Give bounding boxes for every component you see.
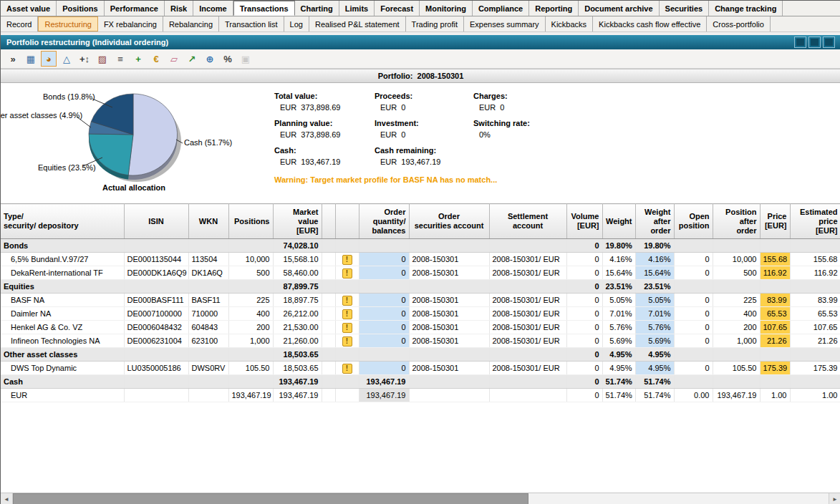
titlebar-button-2[interactable] bbox=[808, 37, 821, 48]
tab-document-archive[interactable]: Document archive bbox=[579, 1, 659, 16]
column-header-settlement_account[interactable]: Settlement account bbox=[489, 204, 566, 239]
cell-price[interactable]: 116.92 bbox=[760, 266, 790, 280]
cell-price[interactable]: 21.26 bbox=[760, 334, 790, 348]
adjust-sliders-icon[interactable]: ≡ bbox=[112, 51, 128, 67]
tab-reporting[interactable]: Reporting bbox=[529, 1, 579, 16]
column-header-position_after[interactable]: Position after order bbox=[713, 204, 760, 239]
tab-change-tracking[interactable]: Change tracking bbox=[709, 1, 783, 16]
titlebar-button-3[interactable] bbox=[823, 37, 835, 48]
column-header-volume[interactable]: Volume [EUR] bbox=[566, 204, 602, 239]
column-header-isin[interactable]: ISIN bbox=[124, 204, 188, 239]
cell-price[interactable]: 107.65 bbox=[760, 321, 790, 334]
horizontal-scrollbar[interactable]: ◄ ► bbox=[1, 493, 840, 504]
column-header-order_account[interactable]: Order securities account bbox=[409, 204, 489, 239]
security-row-dws-top-dynamic[interactable]: DWS Top DynamicLU0350005186DWS0RV105.501… bbox=[1, 362, 840, 375]
column-header-order_qty[interactable]: Order quantity/ balances bbox=[359, 204, 409, 239]
cell-price[interactable]: 65.53 bbox=[760, 307, 790, 321]
subtab-realised-p-l-statement[interactable]: Realised P&L statement bbox=[309, 16, 406, 32]
security-row-infineon-technologies-na[interactable]: Infineon Technologies NADE00062310046231… bbox=[1, 334, 840, 348]
security-row-dekarent-international-tf[interactable]: DekaRent-international TFDE000DK1A6Q9DK1… bbox=[1, 266, 840, 280]
column-header-weight_after[interactable]: Weight after order bbox=[635, 204, 674, 239]
exclude-chart-icon[interactable]: ▨ bbox=[95, 51, 110, 67]
scroll-track[interactable] bbox=[13, 493, 829, 504]
cell-warn: ! bbox=[335, 253, 359, 266]
eraser-icon[interactable]: ▱ bbox=[166, 51, 182, 67]
security-row-6-5-bundanl-v-97-27[interactable]: 6,5% Bundanl.V.97/27DE000113504411350410… bbox=[1, 253, 840, 266]
scroll-left-button[interactable]: ◄ bbox=[1, 493, 13, 504]
subtab-trading-profit[interactable]: Trading profit bbox=[406, 16, 464, 32]
cell-order_qty[interactable]: 0 bbox=[359, 362, 409, 375]
tab-asset-value[interactable]: Asset value bbox=[1, 1, 57, 16]
subtab-kickbacks[interactable]: Kickbacks bbox=[546, 16, 594, 32]
column-header-name[interactable]: Type/ security/ depository bbox=[1, 204, 124, 239]
column-header-weight[interactable]: Weight bbox=[602, 204, 635, 239]
cell-isin: DE000BASF111 bbox=[124, 294, 188, 307]
column-header-flag[interactable] bbox=[322, 204, 335, 239]
column-header-wkn[interactable]: WKN bbox=[188, 204, 228, 239]
tab-forecast[interactable]: Forecast bbox=[375, 1, 420, 16]
cell-order_qty[interactable]: 0 bbox=[359, 266, 409, 280]
analysis-chart-icon[interactable]: ▦ bbox=[23, 51, 39, 67]
tab-charting[interactable]: Charting bbox=[295, 1, 339, 16]
tab-transactions[interactable]: Transactions bbox=[233, 1, 295, 16]
scroll-right-button[interactable]: ► bbox=[829, 493, 840, 504]
cell-flag bbox=[322, 389, 335, 402]
subtab-rebalancing[interactable]: Rebalancing bbox=[163, 16, 219, 32]
column-header-price[interactable]: Price [EUR] bbox=[760, 204, 790, 239]
group-row-other-asset-classes[interactable]: Other asset classes18,503.6504.95%4.95% bbox=[1, 348, 840, 362]
tab-income[interactable]: Income bbox=[193, 1, 233, 16]
tab-performance[interactable]: Performance bbox=[105, 1, 165, 16]
copy-icon[interactable]: ▣ bbox=[238, 51, 254, 67]
group-row-bonds[interactable]: Bonds74,028.10019.80%19.80% bbox=[1, 239, 840, 253]
security-row-daimler-na[interactable]: Daimler NADE000710000071000040026,212.00… bbox=[1, 307, 840, 321]
tab-monitoring[interactable]: Monitoring bbox=[420, 1, 473, 16]
group-row-cash[interactable]: Cash193,467.19193,467.19051.74%51.74% bbox=[1, 375, 840, 389]
tab-securities[interactable]: Securities bbox=[660, 1, 710, 16]
group-row-equities[interactable]: Equities87,899.75023.51%23.51% bbox=[1, 280, 840, 294]
tab-risk[interactable]: Risk bbox=[165, 1, 193, 16]
cell-price[interactable]: 155.68 bbox=[760, 253, 790, 266]
cell-warn bbox=[335, 280, 359, 294]
column-header-market_value[interactable]: Market value [EUR] bbox=[273, 204, 322, 239]
column-header-positions[interactable]: Positions bbox=[228, 204, 273, 239]
cell-position_after: 193,467.19 bbox=[713, 389, 760, 402]
subtab-log[interactable]: Log bbox=[284, 16, 309, 32]
cell-warn bbox=[335, 348, 359, 362]
world-icon[interactable]: ⊕ bbox=[202, 51, 218, 67]
column-header-open_position[interactable]: Open position bbox=[674, 204, 713, 239]
cell-order_qty[interactable]: 193,467.19 bbox=[359, 389, 409, 402]
cell-order_qty[interactable]: 0 bbox=[359, 321, 409, 334]
cell-order_qty[interactable]: 0 bbox=[359, 253, 409, 266]
cell-order_qty[interactable]: 0 bbox=[359, 294, 409, 307]
add-icon[interactable]: + bbox=[130, 51, 146, 67]
subtab-expenses-summary[interactable]: Expenses summary bbox=[464, 16, 546, 32]
security-row-eur[interactable]: EUR193,467.19193,467.19193,467.19051.74%… bbox=[1, 389, 840, 402]
scroll-thumb[interactable] bbox=[13, 493, 528, 504]
cell-order_qty[interactable]: 0 bbox=[359, 334, 409, 348]
delta-icon[interactable]: △ bbox=[59, 51, 74, 67]
column-header-estimated_price[interactable]: Estimated price [EUR] bbox=[790, 204, 840, 239]
subtab-fx-rebalancing[interactable]: FX rebalancing bbox=[98, 16, 163, 32]
more-icon[interactable]: » bbox=[5, 51, 21, 67]
column-header-warn[interactable] bbox=[335, 204, 359, 239]
cell-order_qty[interactable]: 0 bbox=[359, 307, 409, 321]
subtab-kickbacks-cash-flow-effective[interactable]: Kickbacks cash flow effective bbox=[593, 16, 707, 32]
percent-chart-icon[interactable]: % bbox=[220, 51, 236, 67]
tab-limits[interactable]: Limits bbox=[339, 1, 375, 16]
subtab-transaction-list[interactable]: Transaction list bbox=[219, 16, 284, 32]
cell-price[interactable]: 83.99 bbox=[760, 294, 790, 307]
subtab-restructuring[interactable]: Restructuring bbox=[38, 16, 97, 32]
add-position-icon[interactable]: +↕ bbox=[77, 51, 92, 67]
export-chart-icon[interactable]: ↗ bbox=[184, 51, 200, 67]
titlebar-button-1[interactable] bbox=[794, 37, 806, 48]
tab-compliance[interactable]: Compliance bbox=[473, 1, 529, 16]
tab-positions[interactable]: Positions bbox=[57, 1, 105, 16]
security-row-henkel-ag-co-vz[interactable]: Henkel AG & Co. VZDE00060484326048432002… bbox=[1, 321, 840, 334]
security-row-basf-na[interactable]: BASF NADE000BASF111BASF1122518,897.75!02… bbox=[1, 294, 840, 307]
subtab-cross-portfolio[interactable]: Cross-portfolio bbox=[707, 16, 771, 32]
subtab-record[interactable]: Record bbox=[1, 16, 38, 32]
cell-position_after bbox=[713, 348, 760, 362]
euro-icon[interactable]: € bbox=[148, 51, 164, 67]
pie-chart-icon[interactable]: ◕ bbox=[41, 51, 57, 67]
cell-price[interactable]: 175.39 bbox=[760, 362, 790, 375]
